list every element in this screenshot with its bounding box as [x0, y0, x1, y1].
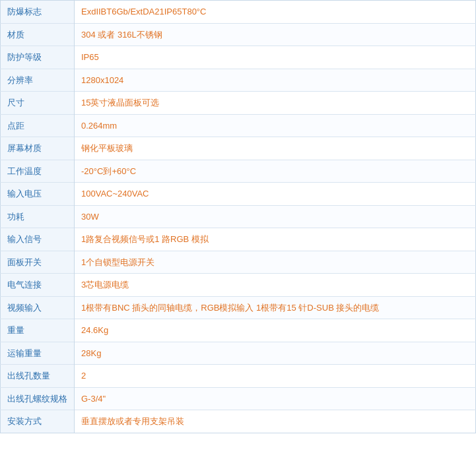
- row-value: G-3/4": [75, 387, 476, 410]
- table-row: 工作温度-20°C到+60°C: [1, 160, 476, 183]
- row-label: 屏幕材质: [1, 137, 75, 160]
- table-row: 尺寸15英寸液晶面板可选: [1, 92, 476, 115]
- row-label: 材质: [1, 23, 75, 46]
- row-value: 3芯电源电缆: [75, 274, 476, 297]
- table-row: 电气连接3芯电源电缆: [1, 274, 476, 297]
- table-row: 功耗30W: [1, 205, 476, 228]
- row-label: 工作温度: [1, 160, 75, 183]
- row-label: 运输重量: [1, 342, 75, 365]
- row-value: 24.6Kg: [75, 319, 476, 342]
- row-value: IP65: [75, 46, 476, 69]
- row-value: -20°C到+60°C: [75, 160, 476, 183]
- row-value: ExdIIBT6Gb/ExtDA21IP65T80°C: [75, 1, 476, 24]
- row-label: 分辨率: [1, 69, 75, 92]
- row-label: 输入电压: [1, 183, 75, 206]
- row-label: 重量: [1, 319, 75, 342]
- row-label: 尺寸: [1, 92, 75, 115]
- table-row: 视频输入1根带有BNC 插头的同轴电缆，RGB模拟输入 1根带有15 针D-SU…: [1, 296, 476, 319]
- row-value: 2: [75, 365, 476, 388]
- row-value: 304 或者 316L不锈钢: [75, 23, 476, 46]
- row-value: 垂直摆放或者专用支架吊装: [75, 410, 476, 433]
- table-row: 防护等级IP65: [1, 46, 476, 69]
- row-value: 1路复合视频信号或1 路RGB 模拟: [75, 228, 476, 251]
- row-value: 28Kg: [75, 342, 476, 365]
- row-value: 15英寸液晶面板可选: [75, 92, 476, 115]
- row-value: 1根带有BNC 插头的同轴电缆，RGB模拟输入 1根带有15 针D-SUB 接头…: [75, 296, 476, 319]
- row-label: 出线孔螺纹规格: [1, 387, 75, 410]
- table-row: 输入信号1路复合视频信号或1 路RGB 模拟: [1, 228, 476, 251]
- row-label: 出线孔数量: [1, 365, 75, 388]
- row-label: 视频输入: [1, 296, 75, 319]
- row-value: 1280x1024: [75, 69, 476, 92]
- table-row: 分辨率1280x1024: [1, 69, 476, 92]
- row-label: 功耗: [1, 205, 75, 228]
- spec-table: 防爆标志ExdIIBT6Gb/ExtDA21IP65T80°C材质304 或者 …: [0, 0, 476, 433]
- table-row: 防爆标志ExdIIBT6Gb/ExtDA21IP65T80°C: [1, 1, 476, 24]
- table-row: 屏幕材质钢化平板玻璃: [1, 137, 476, 160]
- row-value: 0.264mm: [75, 114, 476, 137]
- row-label: 输入信号: [1, 228, 75, 251]
- row-value: 100VAC~240VAC: [75, 183, 476, 206]
- table-row: 材质304 或者 316L不锈钢: [1, 23, 476, 46]
- table-row: 面板开关1个自锁型电源开关: [1, 251, 476, 274]
- row-value: 30W: [75, 205, 476, 228]
- row-label: 防爆标志: [1, 1, 75, 24]
- row-label: 防护等级: [1, 46, 75, 69]
- row-value: 钢化平板玻璃: [75, 137, 476, 160]
- row-label: 电气连接: [1, 274, 75, 297]
- table-row: 运输重量28Kg: [1, 342, 476, 365]
- table-row: 重量24.6Kg: [1, 319, 476, 342]
- table-row: 输入电压100VAC~240VAC: [1, 183, 476, 206]
- row-value: 1个自锁型电源开关: [75, 251, 476, 274]
- table-row: 安装方式垂直摆放或者专用支架吊装: [1, 410, 476, 433]
- row-label: 面板开关: [1, 251, 75, 274]
- table-row: 出线孔数量2: [1, 365, 476, 388]
- table-row: 出线孔螺纹规格G-3/4": [1, 387, 476, 410]
- row-label: 点距: [1, 114, 75, 137]
- row-label: 安装方式: [1, 410, 75, 433]
- table-row: 点距0.264mm: [1, 114, 476, 137]
